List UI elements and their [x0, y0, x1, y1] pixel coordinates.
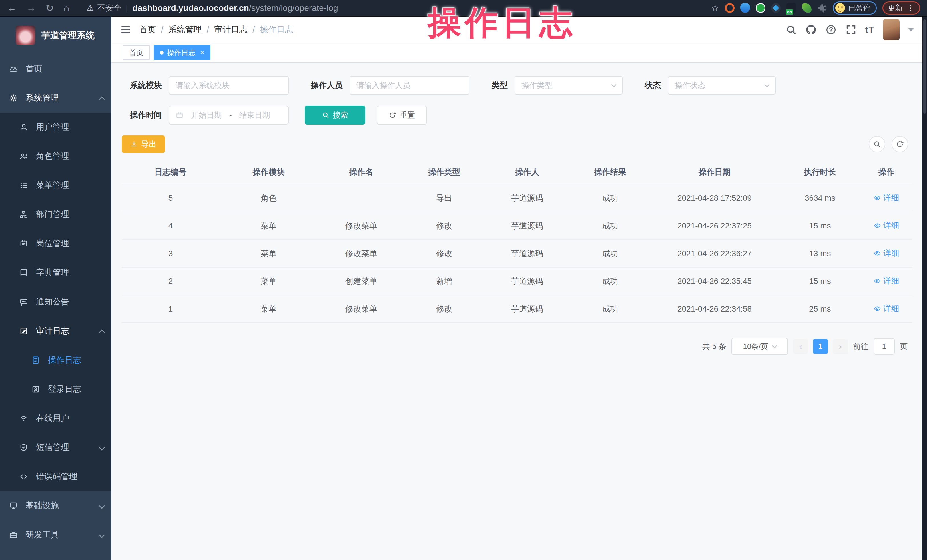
help-icon[interactable]	[825, 24, 837, 35]
sidebar-item-system-management[interactable]: 系统管理	[0, 83, 111, 112]
operator-input[interactable]	[356, 81, 463, 90]
sidebar-item-post-management[interactable]: 岗位管理	[0, 229, 111, 258]
user-avatar[interactable]	[883, 19, 900, 40]
profile-paused-badge[interactable]: 已暂停	[833, 2, 877, 15]
sidebar-logo[interactable]: 芋道管理系统	[0, 17, 111, 54]
goto-page-input[interactable]	[874, 338, 895, 355]
sidebar-item-dev-tools[interactable]: 研发工具	[0, 520, 111, 549]
extension-green-icon[interactable]	[756, 3, 765, 13]
url-path: /system/log/operate-log	[249, 3, 338, 13]
module-input[interactable]	[176, 81, 282, 90]
sidebar-item-notice[interactable]: 通知公告	[0, 287, 111, 316]
cell-operator: 芋道源码	[484, 267, 571, 295]
sidebar-item-login-log[interactable]: 登录日志	[0, 375, 111, 404]
fullscreen-icon[interactable]	[845, 24, 857, 35]
update-button[interactable]: 更新 ⋮	[883, 2, 920, 15]
page-size-select[interactable]: 10条/页	[731, 338, 788, 355]
scrollbar-thumb[interactable]	[923, 20, 926, 114]
github-icon[interactable]	[805, 24, 817, 35]
sidebar-item-audit-log[interactable]: 审计日志	[0, 316, 111, 346]
bookmark-star-icon[interactable]: ☆	[711, 3, 719, 14]
sidebar-item-label: 角色管理	[36, 150, 69, 162]
next-page-button[interactable]: ›	[833, 339, 848, 354]
page-scrollbar[interactable]	[922, 17, 927, 560]
reload-button[interactable]: ↻	[46, 2, 54, 14]
cell-module: 菜单	[220, 212, 318, 240]
prev-page-button[interactable]: ‹	[793, 339, 808, 354]
cell-date: 2021-04-26 22:35:45	[650, 267, 780, 295]
module-label: 系统模块	[122, 80, 169, 91]
type-select[interactable]: 操作类型	[515, 76, 623, 95]
app-title: 芋道管理系统	[41, 29, 94, 41]
refresh-table-button[interactable]	[892, 136, 908, 152]
sidebar-item-label: 基础设施	[26, 500, 59, 511]
breadcrumb-separator: /	[252, 25, 255, 35]
sidebar-item-operate-log[interactable]: 操作日志	[0, 346, 111, 375]
sidebar-item-dict-management[interactable]: 字典管理	[0, 258, 111, 287]
sidebar-item-error-code-management[interactable]: 错误码管理	[0, 462, 111, 491]
page-content: 系统模块 操作人员 类型 操作类型 状态 操作状态	[111, 63, 922, 560]
address-bar[interactable]: ⚠ 不安全 | dashboard.yudao.iocoder.cn/syste…	[87, 3, 338, 14]
forward-button[interactable]: →	[26, 2, 36, 14]
breadcrumb-system-management[interactable]: 系统管理	[169, 24, 202, 35]
sidebar-item-infrastructure[interactable]: 基础设施	[0, 491, 111, 520]
detail-link[interactable]: 详细	[874, 220, 899, 231]
page-size-value: 10条/页	[743, 341, 768, 352]
extension-ring-icon[interactable]	[725, 3, 734, 13]
sidebar-toggle-icon[interactable]	[120, 24, 131, 35]
toggle-search-button[interactable]	[869, 136, 885, 152]
export-button[interactable]: 导出	[122, 135, 165, 153]
browser-menu-icon[interactable]: ⋮	[907, 3, 915, 12]
sidebar-item-sms-management[interactable]: 短信管理	[0, 433, 111, 462]
system-management-submenu: 用户管理 角色管理 菜单管理 部门管理 岗位管理	[0, 112, 111, 491]
sidebar-item-menu-management[interactable]: 菜单管理	[0, 171, 111, 200]
detail-link[interactable]: 详细	[874, 276, 899, 287]
profile-emoji-avatar	[835, 3, 845, 13]
sidebar-item-role-management[interactable]: 角色管理	[0, 142, 111, 171]
status-select[interactable]: 操作状态	[668, 76, 776, 95]
breadcrumb-home[interactable]: 首页	[139, 24, 156, 35]
back-button[interactable]: ←	[7, 2, 17, 14]
sidebar-item-online-users[interactable]: 在线用户	[0, 404, 111, 433]
cell-duration: 15 ms	[780, 212, 861, 240]
extension-switch-icon[interactable]: on	[787, 3, 796, 13]
badge-icon	[20, 239, 28, 248]
operate-log-table: 日志编号 操作模块 操作名 操作类型 操作人 操作结果 操作日期 执行时长 操作…	[122, 161, 912, 323]
font-size-icon[interactable]: tT	[865, 24, 874, 35]
search-icon[interactable]	[785, 24, 797, 35]
operator-input-wrap	[350, 76, 470, 95]
sidebar-item-label: 系统管理	[26, 92, 59, 104]
table-toolbar: 导出	[122, 135, 912, 153]
date-range-picker[interactable]: 开始日期 - 结束日期	[169, 106, 289, 124]
reset-button[interactable]: 重置	[377, 106, 427, 124]
extensions-puzzle-icon[interactable]	[818, 3, 827, 13]
operator-label: 操作人员	[302, 80, 350, 91]
extension-leaf-icon[interactable]	[802, 3, 812, 13]
page-1-button[interactable]: 1	[813, 339, 828, 354]
chevron-down-icon	[772, 343, 777, 348]
tab-operate-log[interactable]: 操作日志 ×	[153, 45, 210, 60]
cell-log-id: 2	[122, 267, 220, 295]
tab-close-icon[interactable]: ×	[200, 49, 204, 56]
sidebar-item-dept-management[interactable]: 部门管理	[0, 200, 111, 229]
detail-link[interactable]: 详细	[874, 248, 899, 259]
sidebar-item-home[interactable]: 首页	[0, 54, 111, 83]
avatar-caret-icon[interactable]	[908, 28, 914, 32]
detail-link[interactable]: 详细	[874, 303, 899, 314]
extension-gem-icon[interactable]	[771, 3, 781, 13]
search-button[interactable]: 搜索	[305, 106, 365, 124]
monitor-icon	[9, 501, 18, 510]
extension-pin-icon[interactable]	[740, 3, 750, 13]
cell-module: 菜单	[220, 267, 318, 295]
column-header-actions: 操作	[861, 161, 912, 184]
home-button[interactable]: ⌂	[64, 2, 70, 14]
cell-name: 修改菜单	[318, 295, 404, 323]
breadcrumb-audit-log[interactable]: 审计日志	[214, 24, 247, 35]
column-header-type: 操作类型	[405, 161, 484, 184]
tab-home[interactable]: 首页	[123, 45, 150, 60]
cell-operator: 芋道源码	[484, 212, 571, 240]
calendar-icon	[176, 111, 184, 119]
sidebar-item-user-management[interactable]: 用户管理	[0, 112, 111, 142]
gear-icon	[9, 94, 18, 102]
detail-link[interactable]: 详细	[874, 193, 899, 203]
